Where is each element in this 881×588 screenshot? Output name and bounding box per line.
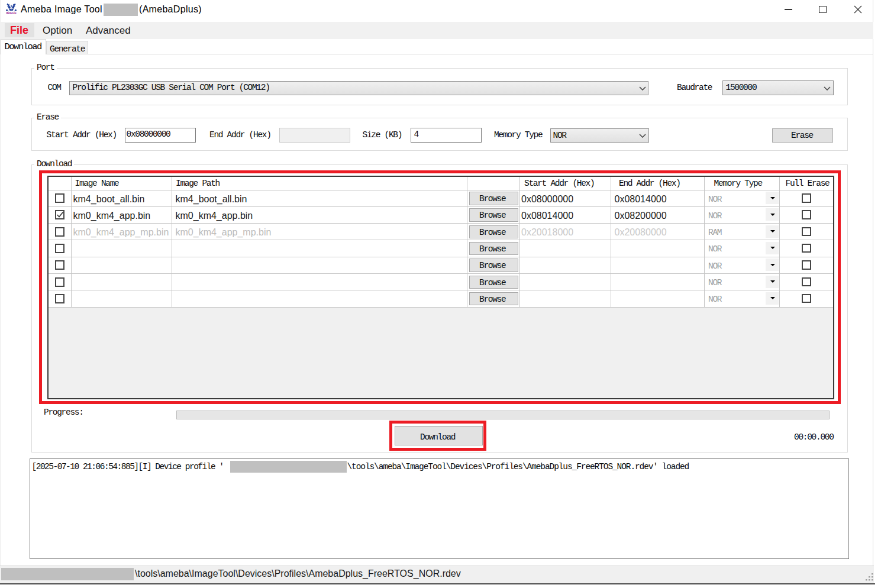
- svg-text:IMAGE: IMAGE: [6, 11, 17, 15]
